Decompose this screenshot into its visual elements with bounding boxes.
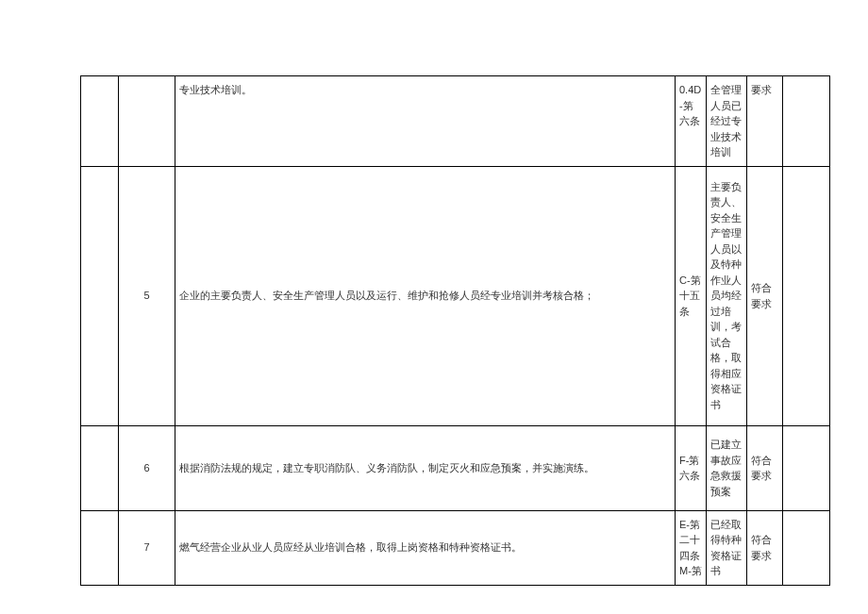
- table-row: 7 燃气经营企业从业人员应经从业培训合格，取得上岗资格和特种资格证书。 E-第二…: [81, 510, 830, 585]
- cell-ref: C-第十五条: [676, 166, 707, 425]
- cell-blank: [81, 76, 119, 167]
- cell-ref: 0.4D-第六条: [676, 76, 707, 167]
- cell-num: 5: [119, 166, 175, 425]
- cell-blank: [81, 425, 119, 510]
- cell-status: 要求: [747, 76, 783, 167]
- table-row: 专业技术培训。 0.4D-第六条 全管理人员已经过专业技术培训 要求: [81, 76, 830, 167]
- cell-detail: 已建立事故应急救援预案: [707, 425, 747, 510]
- cell-blank: [81, 510, 119, 585]
- cell-detail: 主要负责人、安全生产管理人员以及特种作业人员均经过培训，考试合格，取得相应资格证…: [707, 166, 747, 425]
- cell-ref: F-第六条: [676, 425, 707, 510]
- table-row: 6 根据消防法规的规定，建立专职消防队、义务消防队，制定灭火和应急预案，并实施演…: [81, 425, 830, 510]
- cell-content: 企业的主要负责人、安全生产管理人员以及运行、维护和抢修人员经专业培训并考核合格；: [175, 166, 676, 425]
- cell-content: 燃气经营企业从业人员应经从业培训合格，取得上岗资格和特种资格证书。: [175, 510, 676, 585]
- cell-status: 符合要求: [747, 510, 783, 585]
- cell-detail: 全管理人员已经过专业技术培训: [707, 76, 747, 167]
- cell-content: 专业技术培训。: [175, 76, 676, 167]
- document-page: 专业技术培训。 0.4D-第六条 全管理人员已经过专业技术培训 要求 5 企业的…: [0, 0, 868, 614]
- cell-num: 6: [119, 425, 175, 510]
- cell-remark: [783, 76, 830, 167]
- cell-blank: [81, 166, 119, 425]
- cell-status: 符合要求: [747, 425, 783, 510]
- compliance-table: 专业技术培训。 0.4D-第六条 全管理人员已经过专业技术培训 要求 5 企业的…: [80, 75, 830, 586]
- cell-remark: [783, 510, 830, 585]
- cell-ref: E-第二十四条 M-第: [676, 510, 707, 585]
- cell-status: 符合要求: [747, 166, 783, 425]
- cell-detail: 已经取得特种资格证书: [707, 510, 747, 585]
- cell-num: 7: [119, 510, 175, 585]
- table-row: 5 企业的主要负责人、安全生产管理人员以及运行、维护和抢修人员经专业培训并考核合…: [81, 166, 830, 425]
- cell-content: 根据消防法规的规定，建立专职消防队、义务消防队，制定灭火和应急预案，并实施演练。: [175, 425, 676, 510]
- cell-remark: [783, 166, 830, 425]
- cell-num: [119, 76, 175, 167]
- cell-remark: [783, 425, 830, 510]
